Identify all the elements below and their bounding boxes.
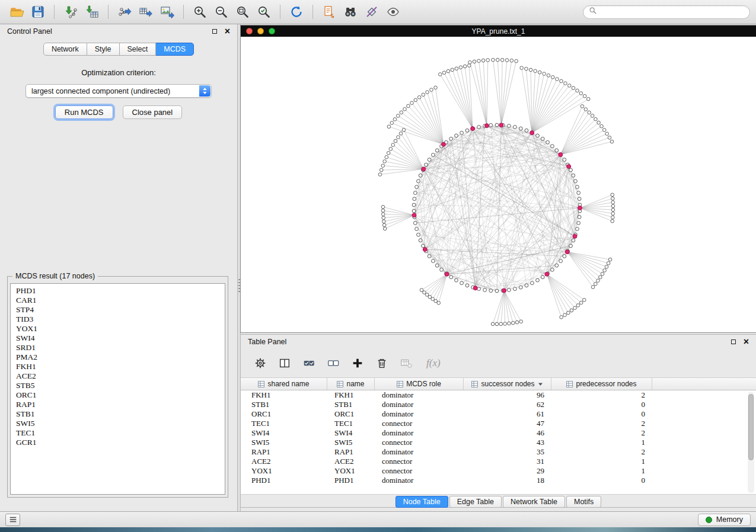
tab-network-table[interactable]: Network Table [503,496,565,508]
mcds-result-item[interactable]: TEC1 [16,428,225,438]
table-cell: 62 [464,400,551,409]
float-panel-icon[interactable] [212,29,217,34]
minimize-window-icon[interactable] [257,28,264,34]
table-cell: ACE2 [241,457,327,466]
table-cell: 2 [551,419,652,428]
column-header-successor-nodes[interactable]: successor nodes [464,378,551,390]
table-cell: YOX1 [241,466,327,476]
float-table-panel-icon[interactable] [731,339,736,344]
search-input[interactable] [601,8,744,16]
column-header-predecessor-nodes[interactable]: predecessor nodes [551,378,652,390]
tab-mcds[interactable]: MCDS [156,43,194,56]
mcds-buttons-row: Run MCDS Close panel [0,105,237,119]
table-row[interactable]: FKH1FKH1dominator962 [241,390,756,400]
delete-table-button[interactable] [397,354,415,372]
mcds-result-item[interactable]: ORC1 [16,390,225,400]
memory-button[interactable]: Memory [698,514,751,526]
mcds-result-item[interactable]: PHD1 [16,286,225,296]
tab-node-table[interactable]: Node Table [395,496,448,508]
toggle-graphics-details-button[interactable] [361,3,382,21]
table-cell: 0 [551,400,652,409]
split-columns-button[interactable] [276,354,294,372]
table-row[interactable]: RAP1RAP1dominator352 [241,447,756,457]
table-row[interactable]: YOX1YOX1connector291 [241,466,756,476]
optimization-criterion-label: Optimization criterion: [0,68,237,77]
zoom-selected-region-button[interactable] [253,3,275,21]
close-panel-icon[interactable]: × [225,28,230,34]
delete-columns-button[interactable] [373,354,391,372]
table-toolbar: f(x) [241,349,756,377]
zoom-in-button[interactable] [189,3,210,21]
mcds-result-item[interactable]: SWI4 [16,334,225,343]
mcds-result-item[interactable]: CAR1 [16,296,225,305]
mcds-result-item[interactable]: FKH1 [16,362,225,371]
export-image-button[interactable] [157,3,178,21]
mcds-result-list[interactable]: PHD1CAR1STP4TID3YOX1SWI4SRD1PMA2FKH1ACE2… [10,283,225,495]
save-session-button[interactable] [27,3,49,21]
table-rows: FKH1FKH1dominator962STB1STB1dominator620… [241,390,756,485]
mcds-result-item[interactable]: STP4 [16,305,225,315]
open-network-in-browser-button[interactable] [318,3,340,21]
mcds-result-item[interactable]: GCR1 [16,438,225,447]
network-canvas[interactable] [241,37,756,332]
table-row[interactable]: STB1STB1dominator620 [241,400,756,409]
open-file-button[interactable] [6,3,27,21]
status-menu-button[interactable] [5,514,20,526]
mcds-result-item[interactable]: SWI5 [16,419,225,428]
column-label: name [346,380,364,388]
mcds-result-item[interactable]: SRD1 [16,343,225,352]
find-button[interactable] [340,3,361,21]
table-row[interactable]: ACE2ACE2connector311 [241,457,756,466]
close-window-icon[interactable] [246,28,253,34]
tab-motifs[interactable]: Motifs [566,496,601,508]
table-row[interactable]: PHD1PHD1dominator180 [241,476,756,485]
table-row[interactable]: SWI4SWI4dominator462 [241,428,756,438]
column-header-name[interactable]: name [327,378,375,390]
mcds-result-item[interactable]: ACE2 [16,371,225,381]
export-image-icon [160,5,174,19]
function-builder-button[interactable]: f(x) [426,357,441,369]
mcds-result-item[interactable]: STB5 [16,381,225,390]
column-header-MCDS-role[interactable]: MCDS role [375,378,464,390]
table-options-button[interactable] [251,354,269,372]
scrollbar-thumb[interactable] [748,394,754,460]
tab-network[interactable]: Network [43,43,87,56]
mcds-result-item[interactable]: RAP1 [16,400,225,409]
maximize-window-icon[interactable] [269,28,275,34]
close-mcds-panel-button[interactable]: Close panel [123,105,183,119]
zoom-out-button[interactable] [210,3,232,21]
deselect-all-rows-button[interactable] [324,354,342,372]
import-table-from-file-button[interactable] [81,3,103,21]
table-row[interactable]: SWI5SWI5connector431 [241,438,756,447]
create-new-column-button[interactable] [349,354,366,372]
table-scrollbar[interactable] [748,392,754,493]
mcds-result-item[interactable]: TID3 [16,315,225,324]
window-traffic-lights [246,28,275,34]
export-network-button[interactable] [114,3,135,21]
control-panel-header: Control Panel × [0,24,237,39]
tab-select[interactable]: Select [120,43,157,56]
mcds-result-item[interactable]: PMA2 [16,352,225,362]
table-row[interactable]: ORC1ORC1dominator610 [241,409,756,419]
column-header-shared-name[interactable]: shared name [241,378,327,390]
search-box[interactable] [583,5,750,19]
close-table-panel-icon[interactable]: × [744,339,749,345]
run-mcds-button[interactable]: Run MCDS [55,105,113,119]
tab-style[interactable]: Style [87,43,120,56]
export-table-button[interactable] [135,3,157,21]
tab-edge-table[interactable]: Edge Table [449,496,502,508]
table-cell: dominator [375,428,464,438]
zoom-fit-content-button[interactable] [232,3,253,21]
criterion-dropdown[interactable]: largest connected component (undirected) [25,84,212,98]
import-network-from-file-button[interactable] [60,3,81,21]
import-table-from-file-icon [85,5,99,19]
show-graphics-details-button[interactable] [382,3,404,21]
select-all-rows-button[interactable] [300,354,318,372]
control-panel-tabs: NetworkStyleSelectMCDS [0,43,237,56]
column-type-icon [337,381,343,387]
mcds-result-item[interactable]: STB1 [16,409,225,419]
apply-preferred-layout-button[interactable] [286,3,307,21]
table-row[interactable]: TEC1TEC1connector472 [241,419,756,428]
mcds-result-item[interactable]: YOX1 [16,324,225,334]
table-cell: SWI5 [327,438,375,447]
